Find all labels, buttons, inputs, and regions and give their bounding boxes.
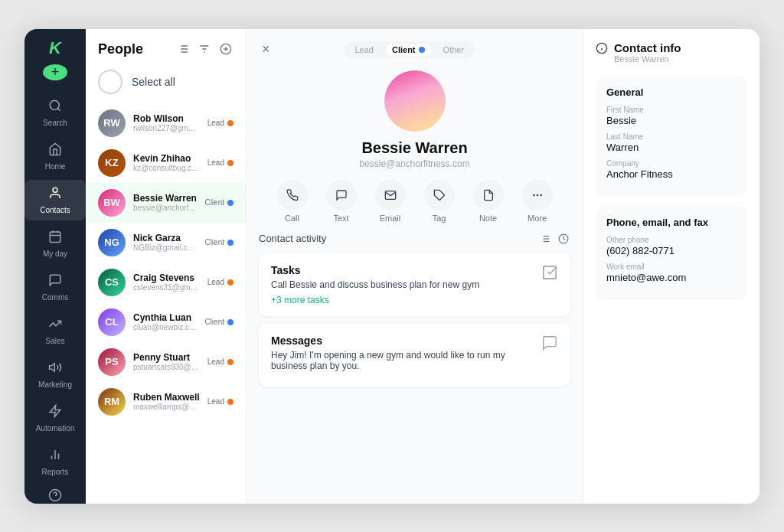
- company-value: Anchor Fitness: [606, 168, 737, 180]
- sidebar-item-label: Sales: [45, 337, 64, 345]
- first-name-label: First Name: [606, 106, 737, 114]
- sort-button[interactable]: [175, 41, 191, 57]
- contact-row[interactable]: NG Nick Garza NGBiz@gmail.com Client: [86, 223, 246, 263]
- messages-icon: [541, 335, 558, 355]
- contact-name: Kevin Zhihao: [133, 153, 200, 164]
- email-button[interactable]: Email: [375, 180, 406, 223]
- sidebar-item-reports[interactable]: Reports: [24, 442, 86, 482]
- profile-avatar: [384, 70, 446, 132]
- tasks-more-link[interactable]: +3 more tasks: [271, 295, 535, 305]
- work-email-field: Work email mnieto@awe.com: [606, 263, 737, 283]
- tasks-card-content: Tasks Call Bessie and discuss business p…: [271, 264, 535, 305]
- lead-dot: [227, 399, 234, 405]
- contact-badge: Lead: [207, 397, 234, 406]
- sidebar-item-myday[interactable]: My day: [24, 224, 86, 264]
- svg-rect-2: [50, 232, 60, 243]
- note-icon: [473, 180, 504, 211]
- text-icon: [326, 180, 357, 211]
- text-button[interactable]: Text: [326, 180, 357, 223]
- contact-badge: Lead: [207, 119, 234, 127]
- last-name-value: Warren: [606, 142, 737, 153]
- contact-row[interactable]: CL Cynthia Luan cluan@newbiz.com Client: [86, 302, 246, 342]
- sidebar-item-marketing[interactable]: Marketing: [24, 354, 86, 395]
- tasks-description: Call Bessie and discuss business plan fo…: [271, 279, 535, 290]
- more-button[interactable]: More: [522, 180, 553, 223]
- contact-email: pstuartcats930@gmail.com: [133, 363, 200, 371]
- phone-section-title: Phone, email, and fax: [606, 217, 737, 228]
- contact-badge: Lead: [207, 278, 234, 286]
- sidebar-item-contacts[interactable]: Contacts: [24, 180, 86, 220]
- people-panel: People Select all RW Rob: [86, 29, 247, 504]
- avatar: RW: [98, 109, 126, 137]
- comms-icon: [48, 273, 62, 291]
- contacts-list: RW Rob Wilson rwilson227@gmail.com Lead …: [86, 103, 246, 504]
- add-contact-button[interactable]: [218, 41, 234, 57]
- lead-dot: [227, 160, 234, 166]
- sidebar-item-comms[interactable]: Comms: [24, 267, 86, 308]
- sidebar-item-label: Search: [43, 119, 67, 127]
- contact-row[interactable]: KZ Kevin Zhihao kz@consultbug.com Lead: [86, 143, 246, 183]
- people-title: People: [98, 41, 143, 57]
- work-email-label: Work email: [606, 263, 737, 271]
- contact-info: Cynthia Luan cluan@newbiz.com: [133, 312, 197, 331]
- svg-marker-6: [50, 363, 55, 371]
- contact-email: kz@consultbug.com: [133, 164, 200, 172]
- sidebar-item-help[interactable]: [43, 482, 67, 504]
- last-name-field: Last Name Warren: [606, 132, 737, 153]
- call-label: Call: [285, 214, 299, 223]
- sidebar-item-label: Home: [45, 162, 66, 171]
- lead-dot: [227, 279, 234, 286]
- help-icon: [48, 488, 62, 504]
- tab-lead[interactable]: Lead: [348, 44, 379, 56]
- tab-client[interactable]: Client: [386, 44, 431, 56]
- contact-info: Bessie Warren bessie@anchorfitness.com: [133, 193, 197, 212]
- select-all-row[interactable]: Select all: [86, 64, 246, 103]
- contact-info-title: Contact info: [614, 41, 681, 54]
- svg-point-1: [53, 188, 57, 192]
- avatar: CS: [98, 269, 126, 296]
- messages-title: Messages: [271, 335, 535, 347]
- note-button[interactable]: Note: [473, 180, 504, 223]
- clock-button[interactable]: [557, 232, 570, 246]
- sidebar-item-sales[interactable]: Sales: [24, 311, 86, 351]
- general-info-card: General First Name Bessie Last Name Warr…: [596, 76, 747, 197]
- contact-row[interactable]: BW Bessie Warren bessie@anchorfitness.co…: [86, 183, 246, 223]
- add-button[interactable]: +: [43, 64, 67, 80]
- close-button[interactable]: ×: [262, 41, 270, 57]
- contact-name: Bessie Warren: [133, 193, 197, 204]
- messages-description: Hey Jim! I'm opening a new gym and would…: [271, 350, 535, 371]
- contact-row[interactable]: RM Ruben Maxwell maxwelllamps@gmail.com …: [86, 382, 246, 422]
- contact-row[interactable]: PS Penny Stuart pstuartcats930@gmail.com…: [86, 342, 246, 382]
- activity-icons: [538, 232, 570, 246]
- sidebar-item-home[interactable]: Home: [24, 136, 86, 177]
- marketing-icon: [48, 361, 62, 378]
- contacts-icon: [48, 186, 62, 204]
- sidebar-item-label: My day: [43, 250, 67, 258]
- filter-button[interactable]: [197, 41, 212, 57]
- contact-row[interactable]: CS Craig Stevens cstevens31@gmail.com Le…: [86, 263, 246, 302]
- profile-name: Bessie Warren: [361, 139, 467, 157]
- contact-badge: Lead: [207, 357, 234, 366]
- list-view-button[interactable]: [538, 232, 552, 246]
- more-icon: [522, 180, 553, 211]
- messages-card: Messages Hey Jim! I'm opening a new gym …: [259, 324, 570, 387]
- nav-items: Search Home Contacts My day: [24, 93, 86, 482]
- contact-email: bessie@anchorfitness.com: [133, 204, 197, 212]
- tab-other[interactable]: Other: [437, 44, 471, 56]
- status-tabs: Lead Client Other: [344, 41, 475, 58]
- client-dot: [227, 319, 234, 325]
- sidebar-item-search[interactable]: Search: [24, 93, 86, 133]
- client-dot: [227, 240, 234, 246]
- call-button[interactable]: Call: [277, 180, 308, 223]
- svg-point-0: [50, 100, 59, 109]
- sidebar-item-automation[interactable]: Automation: [24, 398, 86, 439]
- contact-info: Penny Stuart pstuartcats930@gmail.com: [133, 352, 200, 371]
- company-field: Company Anchor Fitness: [606, 159, 737, 180]
- contact-info-subtitle: Bessie Warren: [614, 54, 681, 64]
- sidebar-item-label: Marketing: [38, 380, 72, 389]
- tag-button[interactable]: Tag: [424, 180, 455, 223]
- select-all-checkbox[interactable]: [98, 70, 122, 94]
- search-icon: [48, 99, 62, 116]
- contact-row[interactable]: RW Rob Wilson rwilson227@gmail.com Lead: [86, 103, 246, 143]
- contact-badge: Client: [204, 198, 234, 207]
